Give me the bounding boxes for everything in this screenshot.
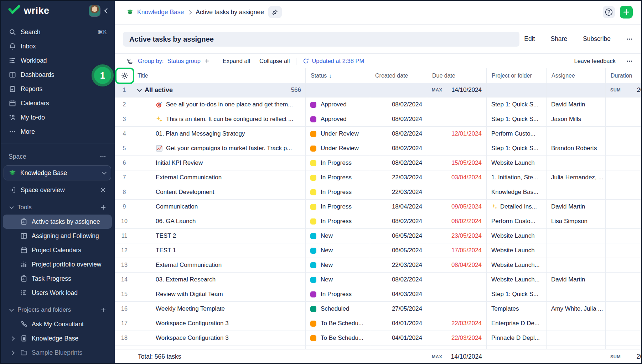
- status-cell[interactable]: In Progress: [306, 185, 370, 199]
- task-title-cell[interactable]: Get your campaigns to market faster. Tra…: [134, 141, 306, 155]
- status-cell[interactable]: Under Review: [306, 127, 370, 141]
- updated-timestamp[interactable]: Updated at 2:38 PM: [312, 58, 364, 64]
- task-title-cell[interactable]: This is an item. It can be configured to…: [134, 112, 306, 126]
- sidebar-item-project-portfolio-overview[interactable]: Project portfolio overview: [0, 257, 115, 271]
- project-cell[interactable]: Website Launch...: [487, 273, 547, 287]
- duration-cell[interactable]: [606, 331, 642, 345]
- sidebar-item-task-progress[interactable]: Task Progress: [0, 271, 115, 286]
- table-row[interactable]: 6 Initial KPI Review In Progress 08/02/2…: [115, 156, 642, 170]
- column-header-status[interactable]: Status↓: [306, 68, 370, 83]
- project-cell[interactable]: Website Launch: [487, 243, 547, 258]
- project-cell[interactable]: Perform Custo...: [487, 214, 547, 228]
- assignee-cell[interactable]: Jason Mills: [547, 112, 606, 126]
- assignee-cell[interactable]: [547, 331, 606, 345]
- due-date-cell[interactable]: [427, 141, 487, 155]
- subscribe-button[interactable]: Subscribe: [583, 35, 611, 43]
- due-date-cell[interactable]: [427, 273, 487, 287]
- due-date-cell[interactable]: [427, 302, 487, 316]
- sidebar-item-space-overview[interactable]: Space overview: [0, 183, 115, 197]
- sidebar-item-assigning-and-following[interactable]: Assigning and Following: [0, 229, 115, 243]
- status-cell[interactable]: In Progress: [306, 200, 370, 214]
- sidebar-item-active-tasks-by-assignee[interactable]: Active tasks by assignee: [3, 215, 112, 229]
- assignee-cell[interactable]: [547, 185, 606, 199]
- created-date-cell[interactable]: 22/03/2024: [370, 185, 427, 199]
- share-button[interactable]: Share: [550, 35, 567, 43]
- sidebar-item-calendars[interactable]: Calendars: [0, 96, 115, 110]
- task-title-cell[interactable]: Weekly Meeting Template: [134, 302, 306, 316]
- sidebar-item-ask-my-consultant[interactable]: Ask My Consultant: [0, 317, 115, 331]
- sidebar-item-sample-blueprints[interactable]: Sample Blueprints: [0, 345, 115, 360]
- project-cell[interactable]: Step 1: Quick S...: [487, 141, 547, 155]
- due-date-cell[interactable]: 08/04/2024: [427, 258, 487, 272]
- table-row[interactable]: 16 Weekly Meeting Template Scheduled 27/…: [115, 302, 642, 316]
- created-date-cell[interactable]: 08/02/2024: [370, 156, 427, 170]
- task-title-cell[interactable]: See all your to-dos in one place and get…: [134, 97, 306, 112]
- created-date-cell[interactable]: 08/02/2024: [370, 97, 427, 112]
- due-date-cell[interactable]: 03/04/2024: [427, 170, 487, 185]
- due-date-cell[interactable]: 15/05/2024: [427, 156, 487, 170]
- task-title-cell[interactable]: 01. Plan and Messaging Strategy: [134, 127, 306, 141]
- status-cell[interactable]: Under Review: [306, 141, 370, 155]
- created-date-cell[interactable]: 08/02/2024: [370, 273, 427, 287]
- due-date-cell[interactable]: 23/05/2024: [427, 229, 487, 243]
- assignee-cell[interactable]: [547, 127, 606, 141]
- status-cell[interactable]: In Progress: [306, 156, 370, 170]
- sidebar-item-inbox[interactable]: Inbox: [0, 39, 115, 53]
- project-cell[interactable]: Step 1: Quick S...: [487, 97, 547, 112]
- task-title-cell[interactable]: Communication: [134, 200, 306, 214]
- created-date-cell[interactable]: 27/05/2024: [370, 302, 427, 316]
- duration-cell[interactable]: [606, 141, 642, 155]
- due-date-cell[interactable]: 22/03/2024: [427, 331, 487, 345]
- assignee-cell[interactable]: [547, 229, 606, 243]
- expand-all-button[interactable]: Expand all: [223, 58, 250, 64]
- project-cell[interactable]: Enterprise D De...: [487, 316, 547, 331]
- created-date-cell[interactable]: 06/05/2024: [370, 243, 427, 258]
- duration-cell[interactable]: [606, 112, 642, 126]
- avatar[interactable]: [89, 5, 100, 16]
- status-cell[interactable]: Approved: [306, 112, 370, 126]
- table-row[interactable]: 7 External Communication In Progress 22/…: [115, 170, 642, 185]
- due-date-cell[interactable]: 08/02/2024: [427, 214, 487, 228]
- assignee-cell[interactable]: Lisa Simpson: [547, 214, 606, 228]
- gear-icon[interactable]: [121, 72, 129, 80]
- refresh-icon[interactable]: [303, 58, 309, 64]
- breadcrumb-link-knowledge-base[interactable]: Knowledge Base: [137, 9, 184, 16]
- column-header-assignee[interactable]: Assignee: [547, 68, 606, 83]
- projects-section-header[interactable]: Projects and folders: [0, 303, 115, 317]
- table-row[interactable]: 5 Get your campaigns to market faster. T…: [115, 141, 642, 156]
- group-by-value[interactable]: Status group: [167, 58, 201, 64]
- task-title-cell[interactable]: Content Development: [134, 185, 306, 199]
- column-header-created-date[interactable]: Created date: [370, 68, 427, 83]
- assignee-cell[interactable]: [547, 258, 606, 272]
- add-grouping-icon[interactable]: [204, 58, 209, 64]
- task-title-cell[interactable]: Workspace Configuration 3: [134, 316, 306, 331]
- sidebar-item-more[interactable]: More: [0, 125, 115, 139]
- task-title-cell[interactable]: External Communication: [134, 170, 306, 185]
- help-button[interactable]: [603, 6, 615, 18]
- due-date-cell[interactable]: 22/03/2024: [427, 316, 487, 331]
- assignee-cell[interactable]: [547, 243, 606, 258]
- due-date-cell[interactable]: [427, 112, 487, 126]
- project-cell[interactable]: Pinnacle D Depl...: [487, 331, 547, 345]
- status-cell[interactable]: In Progress: [306, 287, 370, 301]
- task-title-cell[interactable]: Review with Digital Team: [134, 287, 306, 301]
- duration-cell[interactable]: [606, 200, 642, 214]
- due-date-cell[interactable]: [427, 97, 487, 112]
- created-date-cell[interactable]: 18/04/2024: [370, 200, 427, 214]
- duration-cell[interactable]: [606, 302, 642, 316]
- project-cell[interactable]: Step 1: Quick S...: [487, 112, 547, 126]
- table-row[interactable]: 8 Content Development In Progress 22/03/…: [115, 185, 642, 200]
- duration-cell[interactable]: [606, 273, 642, 287]
- duration-cell[interactable]: [606, 229, 642, 243]
- duration-cell[interactable]: [606, 156, 642, 170]
- table-row[interactable]: 10 06. GA Launch In Progress 08/02/2024 …: [115, 214, 642, 229]
- space-selector[interactable]: Knowledge Base: [4, 165, 111, 180]
- status-cell[interactable]: In Progress: [306, 170, 370, 185]
- column-header-due-date[interactable]: Due date: [427, 68, 487, 83]
- duration-cell[interactable]: [606, 97, 642, 112]
- assignee-cell[interactable]: Amy White, Julia ...: [547, 302, 606, 316]
- table-row[interactable]: 11 TEST 2 New 06/05/2024 23/05/2024 Webs…: [115, 229, 642, 243]
- project-cell[interactable]: Knowledge Bas...: [487, 185, 547, 199]
- due-date-cell[interactable]: 09/05/2024: [427, 200, 487, 214]
- table-row[interactable]: 13 External Communication New 22/03/2024…: [115, 258, 642, 273]
